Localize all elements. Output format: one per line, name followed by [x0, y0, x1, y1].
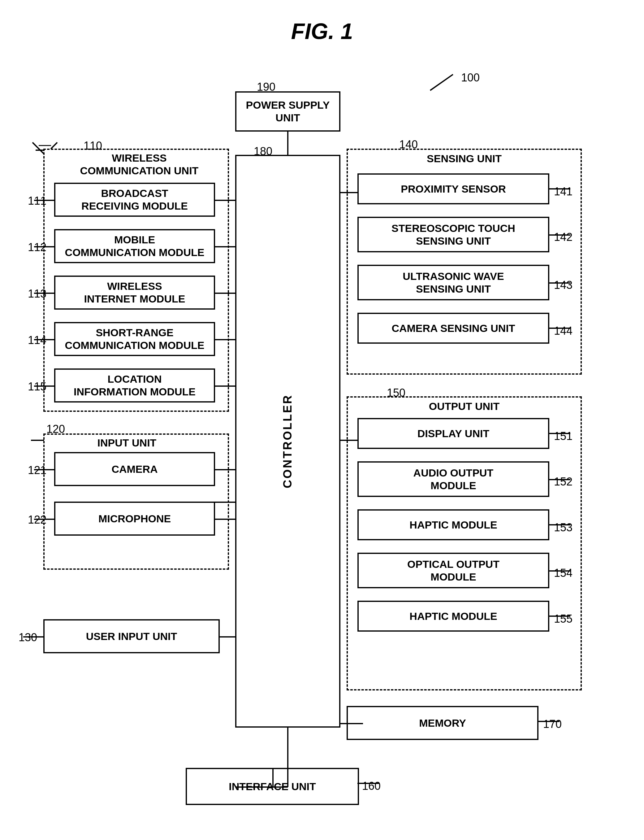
haptic1-box: HAPTIC MODULE: [357, 509, 549, 540]
ref-120: 120: [46, 423, 65, 436]
input-unit-label: INPUT UNIT: [84, 436, 170, 449]
haptic2-box: HAPTIC MODULE: [357, 601, 549, 632]
camera-box: CAMERA: [54, 452, 215, 486]
stereoscopic-touch-box: STEREOSCOPIC TOUCH SENSING UNIT: [357, 217, 549, 252]
wireless-comm-label: WIRELESS COMMUNICATION UNIT: [59, 152, 220, 177]
ref-115: 115: [28, 380, 46, 393]
figure-title: FIG. 1: [291, 18, 353, 44]
ref-142: 142: [554, 231, 573, 244]
ref-152: 152: [554, 475, 573, 488]
diagram: FIG. 1 100 POWER SUPPLY UNIT 190 CONTROL…: [0, 0, 644, 840]
ref-112: 112: [28, 241, 46, 254]
ref-114: 114: [28, 334, 46, 347]
wireless-internet-box: WIRELESS INTERNET MODULE: [54, 275, 215, 310]
ref-153: 153: [554, 521, 573, 534]
optical-output-box: OPTICAL OUTPUT MODULE: [357, 553, 549, 588]
ref-170: 170: [543, 718, 562, 731]
ref-190: 190: [257, 81, 276, 94]
ref-141: 141: [554, 185, 573, 198]
controller-box: CONTROLLER: [235, 155, 340, 728]
ref-144: 144: [554, 324, 573, 338]
ref-143: 143: [554, 279, 573, 292]
ref-110: 110: [84, 139, 102, 152]
user-input-box: USER INPUT UNIT: [43, 619, 220, 653]
ref-130: 130: [18, 631, 37, 644]
broadcast-box: BROADCAST RECEIVING MODULE: [54, 183, 215, 217]
memory-box: MEMORY: [347, 706, 539, 740]
proximity-sensor-box: PROXIMITY SENSOR: [357, 173, 549, 204]
power-supply-box: POWER SUPPLY UNIT: [235, 91, 340, 132]
ref-160: 160: [362, 780, 381, 792]
ref-150: 150: [387, 386, 406, 399]
sensing-unit-label: SENSING UNIT: [396, 152, 532, 165]
ref-180: 180: [254, 145, 272, 158]
short-range-box: SHORT-RANGE COMMUNICATION MODULE: [54, 322, 215, 356]
microphone-box: MICROPHONE: [54, 502, 215, 535]
ref-100: 100: [461, 71, 480, 84]
display-unit-box: DISPLAY UNIT: [357, 418, 549, 449]
location-info-box: LOCATION INFORMATION MODULE: [54, 369, 215, 402]
output-unit-label: OUTPUT UNIT: [396, 400, 532, 413]
ref-155: 155: [554, 613, 573, 626]
ref-154: 154: [554, 567, 573, 580]
ref-113: 113: [28, 287, 46, 300]
ultrasonic-wave-box: ULTRASONIC WAVE SENSING UNIT: [357, 265, 549, 300]
ref-111: 111: [28, 194, 46, 208]
ref-151: 151: [554, 430, 573, 443]
ref-122: 122: [28, 513, 46, 526]
ref-140: 140: [399, 138, 418, 151]
mobile-comm-box: MOBILE COMMUNICATION MODULE: [54, 229, 215, 263]
audio-output-box: AUDIO OUTPUT MODULE: [357, 461, 549, 497]
camera-sensing-box: CAMERA SENSING UNIT: [357, 313, 549, 344]
svg-line-1: [33, 142, 45, 155]
ref-121: 121: [28, 464, 46, 477]
